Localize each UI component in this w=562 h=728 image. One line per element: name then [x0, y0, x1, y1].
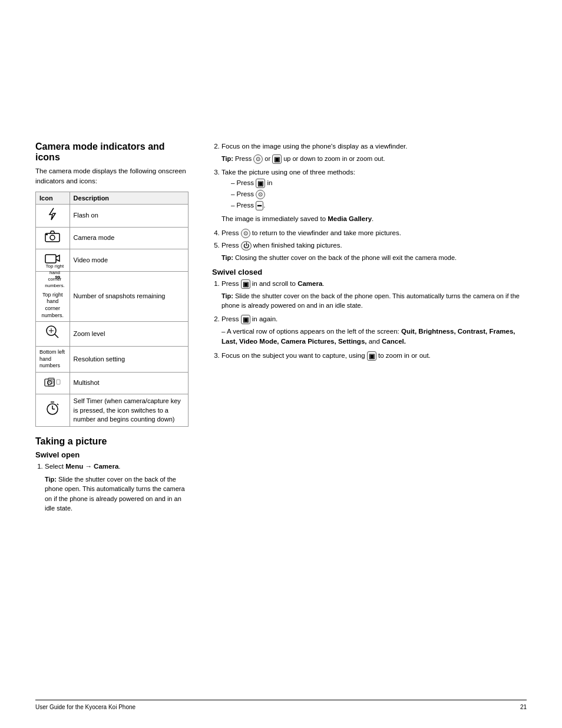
tip-sc-1: Tip: Slide the shutter cover on the back… [222, 291, 527, 311]
save-note: The image is immediately saved to Media … [222, 214, 527, 224]
options-note: – A vertical row of options appears on t… [222, 327, 527, 347]
method-3: Press ━. [231, 200, 527, 210]
description-camera-mode: Camera mode [70, 227, 188, 249]
nav-icon-2: ▣ [272, 154, 282, 164]
camera-indicators-section: Camera mode indicators and icons The cam… [35, 141, 189, 427]
table-row: Self Timer (when camera/capture key is p… [36, 394, 189, 427]
shutter-icon-1: ▣ [256, 179, 265, 188]
table-header-icon: Icon [36, 192, 70, 204]
table-row: Zoom level [36, 322, 189, 346]
methods-list: Press ▣ in Press ⊙ Press ━. [231, 178, 527, 211]
content-area: Camera mode indicators and icons The cam… [0, 24, 562, 518]
icons-table: Icon Description Flash o [35, 192, 189, 427]
svg-rect-3 [45, 255, 56, 263]
right-column: Focus on the image using the phone's dis… [212, 141, 527, 518]
table-row: 99 Top right hand corner numbers. Top ri… [36, 271, 189, 322]
table-row: Camera mode [36, 227, 189, 249]
svg-rect-2 [46, 234, 48, 235]
svg-point-1 [50, 235, 55, 240]
footer-left: User Guide for the Kyocera Koi Phone [35, 704, 135, 710]
table-row: Flash on [36, 204, 189, 227]
description-multishot: Multishot [70, 372, 188, 394]
side-key-icon: ━ [256, 201, 263, 210]
footer-right: 21 [520, 704, 527, 710]
icon-multishot [36, 372, 70, 394]
svg-line-17 [57, 404, 58, 405]
menu-icon-2: ▣ [241, 315, 250, 324]
icon-timer [36, 394, 70, 427]
description-video-mode: Video mode [70, 249, 188, 271]
swivel-closed-step-2: Press ▣ in again. – A vertical row of op… [222, 314, 527, 347]
tip-5: Tip: Closing the shutter cover on the ba… [222, 253, 527, 263]
right-steps: Focus on the image using the phone's dis… [222, 141, 527, 263]
description-resolution: Resolution setting [70, 346, 188, 372]
svg-rect-12 [57, 380, 60, 384]
nav-icon-1: ⊙ [253, 154, 263, 164]
step-3: Take the picture using one of three meth… [222, 167, 527, 224]
swivel-closed-steps: Press ▣ in and scroll to Camera. Tip: Sl… [222, 279, 527, 361]
description-timer: Self Timer (when camera/capture key is p… [70, 394, 188, 427]
finished-icon: ⏻ [241, 241, 252, 251]
svg-line-5 [55, 334, 58, 338]
camera-indicators-intro: The camera mode displays the following o… [35, 166, 189, 187]
table-header-description: Description [70, 192, 188, 204]
step-1: Select Menu → Camera. Tip: Slide the shu… [45, 462, 189, 513]
table-row: Bottom left handnumbers Resolution setti… [36, 346, 189, 372]
description-corner-numbers: Number of snapshots remaining [70, 271, 188, 322]
method-2: Press ⊙ [231, 189, 527, 199]
taking-picture-section: Taking a picture Swivel open Select Menu… [35, 436, 189, 513]
page: Camera mode indicators and icons The cam… [0, 0, 562, 728]
swivel-open-title: Swivel open [35, 450, 189, 459]
description-flash: Flash on [70, 204, 188, 227]
swivel-closed-section: Swivel closed Press ▣ in and scroll to C… [212, 268, 527, 361]
icon-zoom [36, 322, 70, 346]
swivel-closed-title: Swivel closed [212, 268, 527, 276]
camera-indicators-title: Camera mode indicators and icons [35, 141, 189, 163]
viewfinder-return-icon: ⊙ [241, 229, 250, 238]
step-2: Focus on the image using the phone's dis… [222, 141, 527, 164]
capture-icon: ⊙ [256, 190, 265, 199]
icon-camera-mode [36, 227, 70, 249]
swivel-closed-step-3: Focus on the subject you want to capture… [222, 351, 527, 361]
step-5: Press ⏻ when finished taking pictures. T… [222, 241, 527, 263]
method-1: Press ▣ in [231, 178, 527, 188]
description-zoom: Zoom level [70, 322, 188, 346]
icon-corner-numbers: 99 Top right hand corner numbers. Top ri… [36, 271, 70, 322]
swivel-closed-step-1: Press ▣ in and scroll to Camera. Tip: Sl… [222, 279, 527, 311]
tip-2: Tip: Press ⊙ or ▣ up or down to zoom in … [222, 154, 527, 164]
icon-flash [36, 204, 70, 227]
tip-1: Tip: Slide the shutter cover on the back… [45, 475, 189, 513]
table-row: Multishot [36, 372, 189, 394]
left-column: Camera mode indicators and icons The cam… [35, 141, 189, 518]
swivel-open-steps: Select Menu → Camera. Tip: Slide the shu… [45, 462, 189, 513]
footer: User Guide for the Kyocera Koi Phone 21 [35, 700, 527, 710]
menu-icon-1: ▣ [241, 279, 250, 289]
zoom-icon-sc: ▣ [367, 351, 376, 361]
step-4: Press ⊙ to return to the viewfinder and … [222, 228, 527, 238]
taking-picture-title: Taking a picture [35, 436, 189, 447]
icon-bottom-left: Bottom left handnumbers [36, 346, 70, 372]
